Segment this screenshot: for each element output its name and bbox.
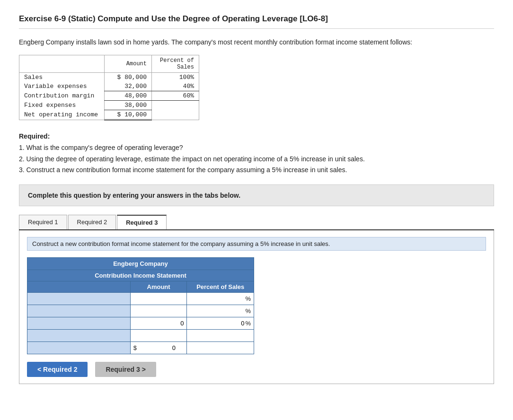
sales-amount-field[interactable] — [133, 295, 184, 302]
table-row: Fixed expenses 38,000 — [19, 101, 199, 110]
next-button[interactable]: Required 3 > — [95, 362, 156, 377]
table-row: Variable expenses 32,000 40% — [19, 82, 199, 91]
sales-amount-cell[interactable] — [130, 293, 187, 305]
table-row — [27, 330, 254, 342]
required-section: Required: 1. What is the company's degre… — [19, 131, 494, 176]
fixed-amount-field[interactable] — [133, 332, 184, 339]
fixed-amount-cell[interactable] — [130, 330, 187, 342]
row-label: Net operating income — [19, 110, 105, 120]
row-label-input[interactable] — [27, 342, 131, 354]
row-label-input[interactable] — [27, 330, 131, 342]
table-row: $ — [27, 342, 254, 354]
sales-percent-cell[interactable]: % — [187, 293, 254, 305]
percent-symbol: % — [245, 295, 251, 302]
instruction-box: Complete this question by entering your … — [19, 184, 494, 206]
sales-percent-field[interactable] — [190, 295, 244, 302]
row-label: Variable expenses — [19, 82, 105, 91]
variable-amount-cell[interactable] — [130, 305, 187, 317]
income-statement-table: Amount Percent of Sales Sales $ 80,000 1… — [19, 55, 199, 121]
percent-symbol: % — [245, 320, 251, 327]
table-row: Net operating income $ 10,000 — [19, 110, 199, 120]
tab-required1[interactable]: Required 1 — [19, 215, 67, 229]
income-header-percent: Percent of Sales — [152, 55, 199, 73]
variable-label-field[interactable] — [30, 307, 127, 315]
contrib-percent-field[interactable] — [190, 320, 244, 327]
row-label: Contribution margin — [19, 91, 105, 101]
required-item-3: 3. Construct a new contribution format i… — [19, 165, 494, 176]
tabs-container: Required 1 Required 2 Required 3 — [19, 215, 494, 230]
contribution-statement-table: Engberg Company Contribution Income Stat… — [27, 257, 254, 354]
row-label-input[interactable] — [27, 305, 131, 317]
page-title: Exercise 6-9 (Static) Compute and Use th… — [19, 14, 494, 29]
nav-buttons: < Required 2 Required 3 > — [27, 362, 486, 377]
back-button[interactable]: < Required 2 — [27, 362, 88, 377]
row-label-input[interactable] — [27, 293, 131, 305]
row-amount: $ 10,000 — [105, 110, 152, 120]
row-label-input[interactable] — [27, 317, 131, 330]
table-row: % — [27, 293, 254, 305]
required-item-2: 2. Using the degree of operating leverag… — [19, 154, 494, 165]
contrib-label-field[interactable] — [30, 320, 127, 327]
tab-required2[interactable]: Required 2 — [68, 215, 116, 229]
percent-symbol: % — [245, 307, 251, 315]
instruction-text: Complete this question by entering your … — [28, 192, 240, 199]
table-row: Contribution margin 48,000 60% — [19, 91, 199, 101]
contrib-table-wrapper: Engberg Company Contribution Income Stat… — [27, 257, 486, 354]
row-percent: 60% — [152, 91, 199, 101]
company-name: Engberg Company — [27, 258, 254, 270]
income-header-amount: Amount — [105, 55, 152, 73]
row-percent: 100% — [152, 73, 199, 82]
statement-name: Contribution Income Statement — [27, 270, 254, 281]
tab-instruction: Construct a new contribution format inco… — [27, 237, 486, 251]
col-header-percent: Percent of Sales — [187, 281, 254, 293]
table-row: % — [27, 317, 254, 330]
variable-percent-field[interactable] — [190, 307, 244, 315]
table-row: Sales $ 80,000 100% — [19, 73, 199, 82]
contrib-amount-cell[interactable] — [130, 317, 187, 330]
sales-label-field[interactable] — [30, 295, 127, 302]
income-header-label — [19, 55, 105, 73]
row-percent — [152, 110, 199, 120]
intro-text: Engberg Company installs lawn sod in hom… — [19, 37, 494, 47]
table-row: % — [27, 305, 254, 317]
tab-content: Construct a new contribution format inco… — [19, 230, 494, 384]
noi-label-field[interactable] — [30, 344, 127, 351]
row-amount: 48,000 — [105, 91, 152, 101]
row-percent — [152, 101, 199, 110]
variable-percent-cell[interactable]: % — [187, 305, 254, 317]
col-header-amount: Amount — [130, 281, 187, 293]
row-label: Fixed expenses — [19, 101, 105, 110]
noi-amount-cell[interactable]: $ — [130, 342, 187, 354]
row-amount: 32,000 — [105, 82, 152, 91]
fixed-label-field[interactable] — [30, 332, 127, 339]
col-header-label — [27, 281, 131, 293]
noi-amount-field[interactable] — [138, 344, 176, 351]
row-amount: $ 80,000 — [105, 73, 152, 82]
row-label: Sales — [19, 73, 105, 82]
fixed-percent-cell — [187, 330, 254, 342]
variable-amount-field[interactable] — [133, 307, 184, 315]
noi-percent-cell — [187, 342, 254, 354]
row-percent: 40% — [152, 82, 199, 91]
dollar-sign: $ — [133, 344, 138, 351]
contrib-percent-cell[interactable]: % — [187, 317, 254, 330]
tab-required3[interactable]: Required 3 — [117, 215, 167, 229]
row-amount: 38,000 — [105, 101, 152, 110]
required-label: Required: — [19, 132, 50, 140]
required-item-1: 1. What is the company's degree of opera… — [19, 142, 494, 154]
contrib-amount-field[interactable] — [133, 320, 184, 327]
